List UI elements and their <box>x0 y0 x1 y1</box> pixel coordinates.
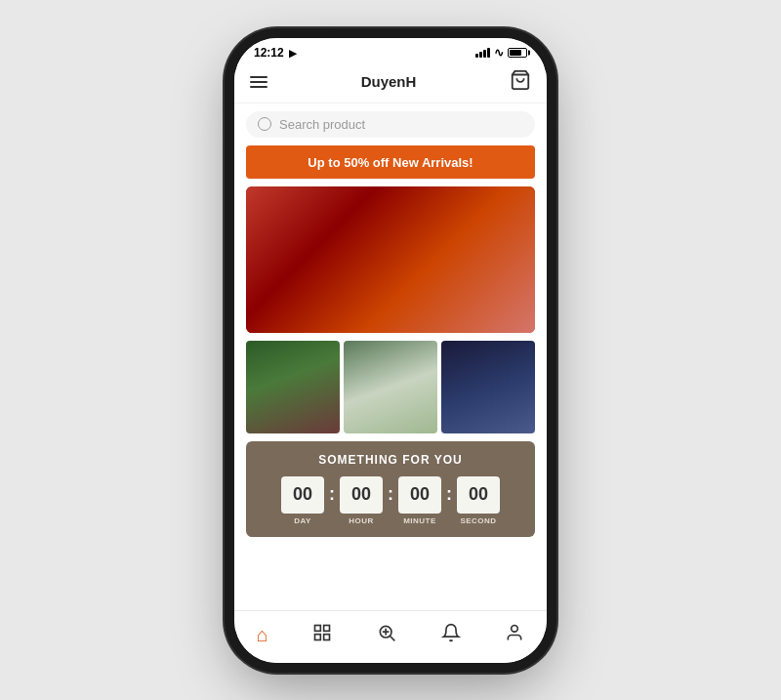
nav-list[interactable] <box>301 619 344 651</box>
profile-icon <box>505 623 524 647</box>
nav-profile[interactable] <box>493 619 536 651</box>
cart-icon <box>510 69 531 91</box>
search-placeholder: Search product <box>279 117 365 132</box>
countdown-second-value: 00 <box>457 476 500 514</box>
svg-rect-3 <box>315 634 321 639</box>
svg-point-9 <box>512 625 518 632</box>
list-icon <box>312 623 332 647</box>
countdown-minute-value: 00 <box>398 476 441 514</box>
countdown-day-value: 00 <box>281 476 324 514</box>
top-nav: DuyenH <box>234 63 547 103</box>
countdown-sep-3: : <box>446 484 452 505</box>
thumbnail-grid <box>246 341 535 433</box>
search-bar[interactable]: Search product <box>246 111 535 138</box>
countdown-sep-2: : <box>388 484 393 505</box>
countdown-boxes: 00 DAY : 00 HOUR : 00 MINUTE : 00 SECOND <box>258 476 523 525</box>
nav-notifications[interactable] <box>430 619 473 651</box>
search-nav-icon <box>377 623 396 647</box>
nav-search[interactable] <box>365 619 408 651</box>
status-icons: ∿ <box>475 46 527 60</box>
bell-icon <box>441 623 461 647</box>
content-area: Up to 50% off New Arrivals! SOMETHING FO… <box>234 145 547 610</box>
battery-icon <box>508 48 527 58</box>
svg-rect-1 <box>315 625 321 631</box>
status-time: 12:12 ▶ <box>254 46 297 60</box>
nav-home[interactable]: ⌂ <box>245 620 280 650</box>
countdown-minute-label: MINUTE <box>403 516 436 525</box>
phone-frame: 12:12 ▶ ∿ DuyenH Search pr <box>234 38 547 663</box>
cart-button[interactable] <box>510 69 531 95</box>
hero-figures <box>380 186 401 333</box>
countdown-day: 00 DAY <box>281 476 324 525</box>
home-icon: ⌂ <box>257 624 268 646</box>
bottom-nav: ⌂ <box>234 610 547 663</box>
thumbnail-3[interactable] <box>441 341 535 433</box>
countdown-sep-1: : <box>329 484 335 505</box>
hero-bg <box>246 186 535 333</box>
thumbnail-2[interactable] <box>344 341 437 433</box>
location-icon: ▶ <box>289 48 297 59</box>
app-title: DuyenH <box>361 73 417 90</box>
signal-bars <box>475 48 490 58</box>
countdown-minute: 00 MINUTE <box>398 476 441 525</box>
promo-text: Up to 50% off New Arrivals! <box>308 155 473 170</box>
countdown-title: SOMETHING FOR YOU <box>258 453 523 467</box>
countdown-hour-value: 00 <box>340 476 383 514</box>
wifi-icon: ∿ <box>494 46 504 60</box>
countdown-hour: 00 HOUR <box>340 476 383 525</box>
thumbnail-1[interactable] <box>246 341 340 433</box>
countdown-second-label: SECOND <box>460 516 496 525</box>
countdown-day-label: DAY <box>294 516 311 525</box>
menu-button[interactable] <box>250 76 267 88</box>
svg-line-6 <box>390 636 395 640</box>
promo-banner[interactable]: Up to 50% off New Arrivals! <box>246 145 535 179</box>
search-icon <box>258 117 271 131</box>
countdown-hour-label: HOUR <box>349 516 374 525</box>
svg-rect-4 <box>324 634 330 639</box>
countdown-second: 00 SECOND <box>457 476 500 525</box>
countdown-section: SOMETHING FOR YOU 00 DAY : 00 HOUR : 00 … <box>246 441 535 537</box>
hero-image[interactable] <box>246 186 535 333</box>
svg-rect-2 <box>324 625 330 631</box>
status-bar: 12:12 ▶ ∿ <box>234 38 547 63</box>
